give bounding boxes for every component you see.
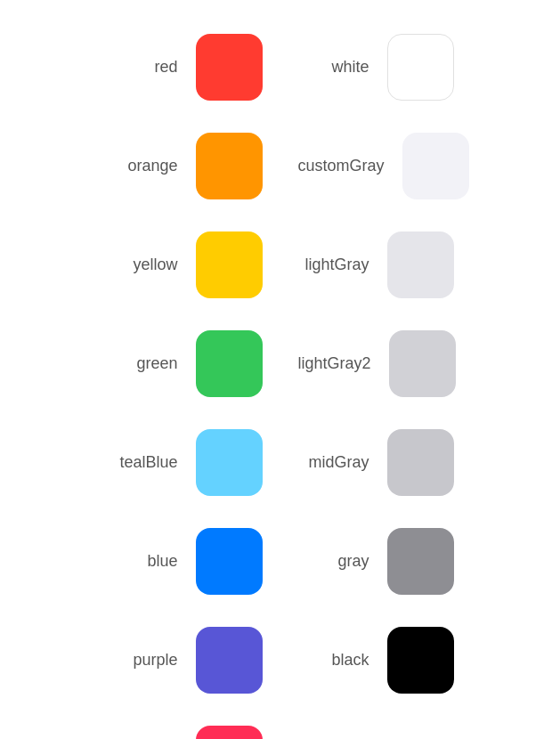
color-label-blue: blue <box>107 552 178 571</box>
color-item-gray: gray <box>298 512 539 611</box>
color-swatch-white <box>387 34 454 101</box>
color-label-midGray: midGray <box>298 453 369 472</box>
color-item-lightGray2: lightGray2 <box>298 314 539 413</box>
color-label-green: green <box>107 354 178 373</box>
color-label-purple: purple <box>107 651 178 670</box>
color-swatch-green <box>196 330 263 397</box>
color-item-tealBlue: tealBlue <box>22 413 263 512</box>
color-label-black: black <box>298 651 369 670</box>
color-item-red: red <box>22 18 263 117</box>
color-item-customGray: customGray <box>298 117 539 215</box>
color-label-red: red <box>107 58 178 77</box>
color-label-white: white <box>298 58 369 77</box>
color-label-gray: gray <box>298 552 369 571</box>
color-label-tealBlue: tealBlue <box>107 453 178 472</box>
color-swatch-midGray <box>387 429 454 496</box>
color-item-blue: blue <box>22 512 263 611</box>
color-item-yellow: yellow <box>22 215 263 314</box>
color-label-yellow: yellow <box>107 256 178 274</box>
color-swatch-gray <box>387 528 454 595</box>
color-swatch-blue <box>196 528 263 595</box>
color-item-white: white <box>298 18 539 117</box>
color-grid: redwhiteorangecustomGrayyellowlightGrayg… <box>22 18 539 739</box>
color-swatch-customGray <box>402 133 469 199</box>
color-item-black: black <box>298 611 539 710</box>
color-item-purple: purple <box>22 611 263 710</box>
color-swatch-lightGray2 <box>389 330 456 397</box>
color-swatch-black <box>387 627 454 694</box>
color-swatch-purple <box>196 627 263 694</box>
color-label-lightGray: lightGray <box>298 256 369 274</box>
color-swatch-lightGray <box>387 231 454 298</box>
color-item-lightGray: lightGray <box>298 215 539 314</box>
color-swatch-yellow <box>196 231 263 298</box>
color-label-orange: orange <box>107 157 178 175</box>
color-label-customGray: customGray <box>298 157 385 175</box>
color-item-orange: orange <box>22 117 263 215</box>
color-swatch-pink <box>196 726 263 739</box>
color-item-midGray: midGray <box>298 413 539 512</box>
color-swatch-orange <box>196 133 263 199</box>
color-item-pink: pink <box>22 710 263 739</box>
color-swatch-red <box>196 34 263 101</box>
color-item-green: green <box>22 314 263 413</box>
color-swatch-tealBlue <box>196 429 263 496</box>
color-label-lightGray2: lightGray2 <box>298 354 371 373</box>
